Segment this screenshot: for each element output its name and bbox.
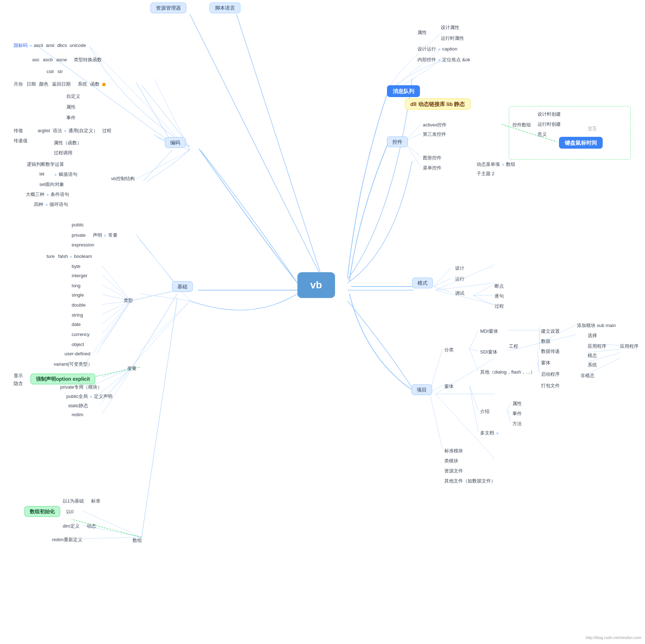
project-type-text: 工程 <box>509 343 518 349</box>
currency-group: currency <box>72 332 90 337</box>
svg-line-36 <box>91 367 133 386</box>
false-label: falsh <box>58 254 68 259</box>
svg-line-8 <box>140 301 190 351</box>
color-label: 颜色 <box>39 81 48 87</box>
watermark: http://blog.csdn.net/sinofun.com <box>586 635 641 640</box>
single-group: single <box>72 292 84 298</box>
third-party-label: 第三发控件 <box>423 131 446 137</box>
pack-file-label: 打包文件 <box>541 383 560 388</box>
user-defined-group: user-defined <box>64 351 90 356</box>
dot-dm <box>502 164 504 166</box>
watermark-text: http://blog.csdn.net/sinofun.com <box>586 635 641 640</box>
svg-line-50 <box>430 349 443 390</box>
intro-label: 介绍 <box>480 409 489 414</box>
private-mod-group: private专用（模块） <box>60 384 102 390</box>
multi-doc-group: 多文档 <box>480 430 499 436</box>
svg-line-7 <box>140 294 190 301</box>
properties-design-label: 设计属性 <box>441 25 459 30</box>
mind-map: 资源管理器 脚本语言 vb 国标码 ascii ansi dbcs unicod… <box>0 0 645 644</box>
svg-line-23 <box>142 297 177 537</box>
interger-label: interger <box>72 273 87 278</box>
base1-label: 以1为基础 <box>63 498 84 504</box>
svg-line-11 <box>435 283 494 290</box>
detail-lines <box>0 0 645 644</box>
svg-line-20 <box>136 235 177 287</box>
data-transfer-group: 数据传递 <box>541 348 560 355</box>
month-label: 月份 <box>14 81 23 87</box>
type-convert-group: asc ascb ascw 类型转换函数 <box>32 57 102 63</box>
transfer-val-label: 传递值 <box>14 138 28 143</box>
third-party-dashed-box <box>509 106 631 160</box>
dll-label: dll 动态链接库 lib 静态 <box>405 98 470 110</box>
encode-label: 编码 <box>165 137 186 148</box>
basic-label: 基础 <box>172 281 193 292</box>
runtime-attr-label: 运行时属性 <box>441 35 464 41</box>
dll-node: dll 动态链接库 lib 静态 <box>405 101 470 108</box>
ascii-label: ascii <box>34 43 43 48</box>
non-modal-group: 非模态 <box>580 373 594 379</box>
runtime-attr-group: 运行时属性 <box>441 35 464 42</box>
graphic-ctrl-label: 图形控件 <box>423 155 441 160</box>
private-group: private 声明 常量 <box>72 232 118 239</box>
process-mode-group: 过程 <box>494 303 504 309</box>
system-label: 系统 <box>588 362 597 367</box>
unicode-label: unicode <box>70 43 86 48</box>
design-run-label: 设计运行 <box>417 46 436 52</box>
attr-label-group: 属性 <box>417 29 427 36</box>
arglist-label: arglist <box>38 128 50 133</box>
select-group: 选择 <box>588 332 597 339</box>
svg-line-78 <box>538 362 539 373</box>
class-module-label: 类模块 <box>444 458 458 463</box>
internal-ctrl-label: 内部控件 <box>417 57 436 62</box>
project-node: 项目 <box>411 387 432 393</box>
run-mode-group: 运行 <box>455 276 464 282</box>
function-label: 函数 <box>90 81 100 87</box>
constant-label: 常量 <box>108 232 118 238</box>
step-label: 逐句 <box>494 293 504 299</box>
design-mode-label: 设计 <box>455 265 464 271</box>
array-init-label: 数组初始化 <box>24 506 60 517</box>
double-label: double <box>72 302 86 308</box>
return-date-label: 返回日期 <box>52 81 71 87</box>
function-group: 月份 日期 颜色 返回日期 系统 函数 <box>14 81 106 87</box>
internal-control-group: 内部控件 定位焦点 &ok <box>417 57 470 63</box>
system-fn-label: 系统 <box>78 81 87 87</box>
boolean-group: ture falsh booleam <box>47 254 92 259</box>
mode-node: 模式 <box>412 280 433 287</box>
vb-ctrl-label-group: vb控制结构 <box>111 176 135 182</box>
logic-math-group: 逻辑判断数学运算 <box>27 161 64 168</box>
user-defined-label: user-defined <box>64 351 90 356</box>
dot5 <box>46 204 48 206</box>
svg-line-74 <box>588 349 620 352</box>
dim-def-label: dim定义 <box>63 523 80 529</box>
private-mod-label: private专用（模块） <box>60 384 102 390</box>
system-group: 系统 <box>588 362 597 368</box>
public-label: public <box>72 222 84 227</box>
process-label: 过程 <box>102 128 111 133</box>
ansi-label: ansi <box>46 43 54 48</box>
attr-label: 属性 <box>417 30 427 35</box>
long-label: long <box>72 283 81 288</box>
modal-label: 模态 <box>588 353 597 358</box>
data-group: 数据 <box>541 338 550 345</box>
startup-group: 启动程序 <box>541 371 560 378</box>
dynamic-label: 动态 <box>87 523 96 529</box>
classification-group: 分类 <box>444 347 454 353</box>
encode-node: 编码 <box>165 140 186 146</box>
data-label: 数据 <box>541 338 550 344</box>
svg-line-30 <box>102 301 131 324</box>
menu-ctrl-label: 菜单控件 <box>423 165 441 170</box>
national-code-group: 国标码 ascii ansi dbcs unicode <box>14 42 86 49</box>
other-file-group: 其他文件（如数据文件） <box>444 478 496 484</box>
currency-label: currency <box>72 332 90 337</box>
third-party-group: 第三发控件 <box>423 131 446 138</box>
ture-label: ture <box>47 254 54 259</box>
long-group: long <box>72 283 81 288</box>
focus-label: 定位焦点 &ok <box>442 57 470 62</box>
svg-line-43 <box>405 143 421 167</box>
mdi-window-group: MDI窗体 <box>480 328 498 335</box>
declare-label: 声明 <box>93 232 102 238</box>
window-label: 窗体 <box>444 384 454 389</box>
proc-call-label: 过程调用 <box>54 150 72 155</box>
svg-line-65 <box>469 385 478 432</box>
